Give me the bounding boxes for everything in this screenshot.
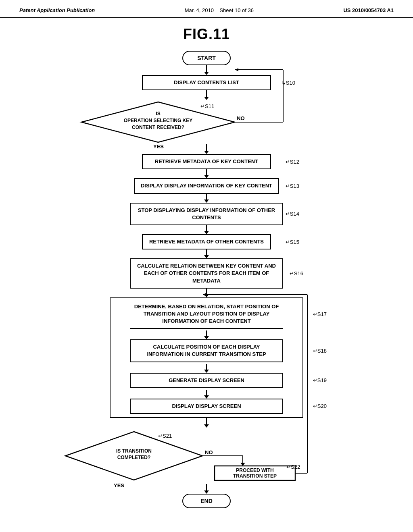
s11-diamond-svg: IS OPERATION SELECTING KEY CONTENT RECEI…: [81, 100, 332, 144]
svg-text:PROCEED WITH: PROCEED WITH: [236, 468, 273, 473]
s19-label: ↵S19: [313, 377, 327, 383]
main-content: FIG.11 START DISPLAY CONTENTS LIST ↳S10: [0, 18, 413, 520]
s17-label: ↵S17: [313, 311, 327, 317]
page-header: Patent Application Publication Mar. 4, 2…: [0, 0, 413, 18]
s13-label: ↵S13: [286, 183, 299, 189]
svg-text:OPERATION SELECTING KEY: OPERATION SELECTING KEY: [124, 118, 192, 123]
s14-node: STOP DISPLAYING DISPLAY INFORMATION OF O…: [130, 203, 283, 225]
header-publication-label: Patent Application Publication: [19, 7, 95, 13]
s16-label: ↵S16: [290, 270, 303, 276]
svg-text:IS: IS: [156, 111, 160, 116]
s14-label: ↵S14: [286, 211, 299, 217]
svg-text:NO: NO: [205, 449, 213, 455]
s20-label: ↵S20: [313, 403, 327, 409]
svg-text:↵S21: ↵S21: [158, 433, 172, 439]
s18-label: ↵S18: [313, 348, 327, 354]
figure-title: FIG.11: [24, 26, 389, 43]
header-date: Mar. 4, 2010 Sheet 10 of 36: [185, 7, 254, 13]
s10-node: DISPLAY CONTENTS LIST: [142, 75, 271, 90]
svg-text:↵S22: ↵S22: [286, 464, 300, 470]
svg-text:YES: YES: [153, 143, 164, 150]
svg-text:IS TRANSITION: IS TRANSITION: [116, 448, 152, 454]
header-patent: US 2010/0054703 A1: [343, 7, 394, 13]
s18-node: CALCULATE POSITION OF EACH DISPLAY INFOR…: [130, 339, 283, 362]
svg-text:NO: NO: [237, 115, 245, 121]
start-node: START: [182, 51, 231, 65]
svg-text:COMPLETED?: COMPLETED?: [117, 455, 151, 460]
s20-node: DISPLAY DISPLAY SCREEN: [130, 399, 283, 414]
s15-label: ↵S15: [286, 239, 299, 245]
s21-diamond-svg: IS TRANSITION COMPLETED? ↵S21 NO YES PRO…: [65, 428, 348, 484]
svg-text:TRANSITION STEP: TRANSITION STEP: [233, 473, 277, 479]
svg-text:↵S11: ↵S11: [200, 103, 214, 109]
s15-node: RETRIEVE METADATA OF OTHER CONTENTS: [142, 234, 271, 249]
s12-node: RETRIEVE METADATA OF KEY CONTENT: [142, 154, 271, 169]
s12-label: ↵S12: [286, 159, 299, 165]
s13-node: DISPLAY DISPLAY INFORMATION OF KEY CONTE…: [134, 178, 279, 193]
s17-node: DETERMINE, BASED ON RELATION, START POSI…: [130, 300, 283, 329]
s19-node: GENERATE DISPLAY SCREEN: [130, 373, 283, 388]
svg-marker-10: [235, 68, 238, 71]
svg-text:YES: YES: [114, 482, 124, 488]
svg-text:CONTENT RECEIVED?: CONTENT RECEIVED?: [132, 125, 184, 130]
s16-node: CALCULATE RELATION BETWEEN KEY CONTENT A…: [130, 258, 283, 289]
end-node: END: [182, 494, 231, 508]
